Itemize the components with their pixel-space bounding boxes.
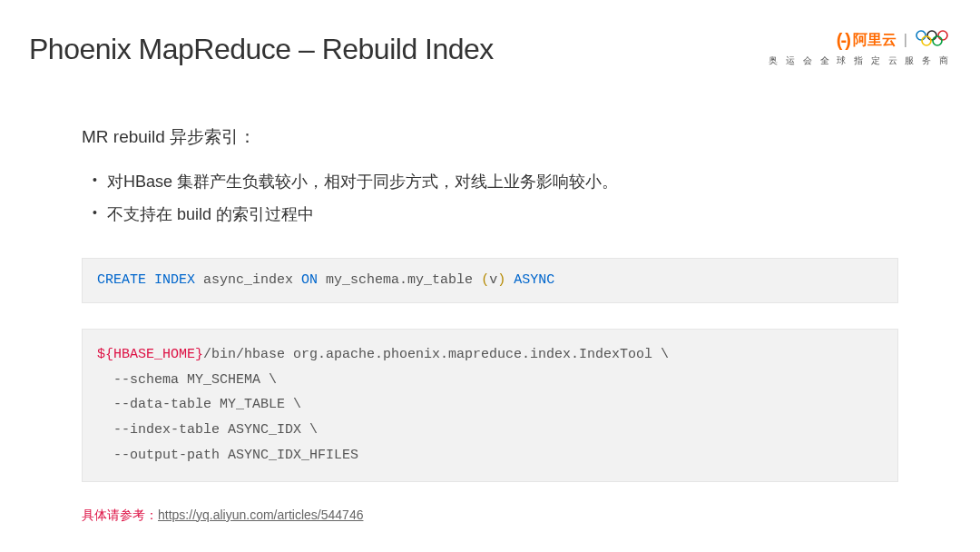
list-item: 对HBase 集群产生负载较小，相对于同步方式，对线上业务影响较小。 <box>82 165 898 198</box>
logo-row: (-) 阿里云 | <box>837 29 951 51</box>
reference: 具体请参考：https://yq.aliyun.com/articles/544… <box>82 508 898 524</box>
brand-logo: (-) 阿里云 | 奥 运 会 全 球 指 定 云 服 务 商 <box>769 29 951 67</box>
logo-divider: | <box>904 32 907 48</box>
sql-table: my_table <box>407 272 481 288</box>
aliyun-logo: (-) 阿里云 <box>837 30 897 51</box>
svg-point-0 <box>916 31 926 40</box>
bullet-list: 对HBase 集群产生负载较小，相对于同步方式，对线上业务影响较小。 不支持在 … <box>82 165 898 231</box>
svg-point-4 <box>933 36 942 45</box>
svg-point-1 <box>927 31 936 40</box>
shell-variable: ${HBASE_HOME} <box>97 347 203 362</box>
list-item: 不支持在 build 的索引过程中 <box>82 198 898 231</box>
shell-line: --data-table MY_TABLE \ <box>97 392 883 418</box>
slide-title: Phoenix MapReduce – Rebuild Index <box>29 33 494 66</box>
sql-column: v <box>489 272 497 288</box>
svg-point-3 <box>922 36 931 45</box>
slide-header: Phoenix MapReduce – Rebuild Index (-) 阿里… <box>29 33 951 67</box>
shell-text: /bin/hbase org.apache.phoenix.mapreduce.… <box>203 347 669 362</box>
reference-label: 具体请参考： <box>82 508 158 522</box>
logo-tagline: 奥 运 会 全 球 指 定 云 服 务 商 <box>769 54 951 67</box>
aliyun-bracket-icon: (-) <box>837 30 849 51</box>
shell-line: ${HBASE_HOME}/bin/hbase org.apache.phoen… <box>97 342 883 368</box>
aliyun-brand-text: 阿里云 <box>853 31 897 50</box>
sql-keyword: ASYNC <box>505 272 554 288</box>
sql-paren: ( <box>481 272 489 288</box>
shell-code-block: ${HBASE_HOME}/bin/hbase org.apache.phoen… <box>82 329 898 482</box>
slide-content: MR rebuild 异步索引： 对HBase 集群产生负载较小，相对于同步方式… <box>82 125 898 524</box>
sql-line: CREATE INDEX async_index ON my_schema.my… <box>97 272 554 288</box>
shell-line: --schema MY_SCHEMA \ <box>97 368 883 393</box>
sql-paren: ) <box>497 272 505 288</box>
sql-dot: . <box>399 272 407 288</box>
sql-identifier: async_index <box>195 272 301 288</box>
sql-keyword: ON <box>301 272 318 288</box>
reference-link[interactable]: https://yq.aliyun.com/articles/544746 <box>158 508 363 522</box>
shell-line: --output-path ASYNC_IDX_HFILES <box>97 443 883 468</box>
sql-schema: my_schema <box>318 272 399 288</box>
sql-keyword: CREATE INDEX <box>97 272 195 288</box>
intro-text: MR rebuild 异步索引： <box>82 125 898 149</box>
olympic-rings-icon <box>915 29 951 51</box>
sql-code-block: CREATE INDEX async_index ON my_schema.my… <box>82 258 898 303</box>
svg-point-2 <box>938 31 947 40</box>
shell-line: --index-table ASYNC_IDX \ <box>97 418 883 443</box>
